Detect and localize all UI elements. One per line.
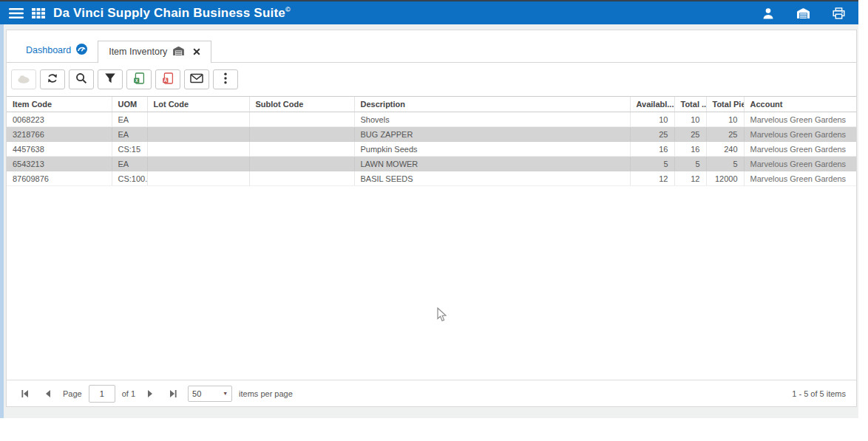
items-per-page-label: items per page <box>239 389 293 398</box>
col-header-available[interactable]: Availabl... <box>630 97 674 112</box>
excel-file-icon: x <box>133 72 145 87</box>
search-icon <box>75 72 87 87</box>
refresh-button[interactable] <box>40 69 65 89</box>
inventory-grid: Item Code UOM Lot Code Sublot Code Descr… <box>7 96 856 186</box>
col-header-total-pieces[interactable]: Total Pie... <box>706 97 744 112</box>
tab-dashboard[interactable]: Dashboard <box>16 39 98 62</box>
cell-description: Pumpkin Seeds <box>354 142 630 157</box>
cell-description: Shovels <box>354 112 630 127</box>
cell-uom: EA <box>112 157 147 171</box>
cell-total-pieces: 10 <box>706 112 744 127</box>
cell-description: BASIL SEEDS <box>354 171 630 186</box>
export-excel-button[interactable]: x <box>126 69 152 89</box>
first-page-button[interactable] <box>17 386 33 402</box>
page-label: Page <box>63 389 82 398</box>
more-options-button[interactable] <box>213 69 238 89</box>
col-header-uom[interactable]: UOM <box>112 97 147 112</box>
tab-strip: Dashboard Item Inventory <box>7 30 856 63</box>
close-icon[interactable] <box>193 48 200 55</box>
grid-toolbar: x A <box>7 63 856 96</box>
cell-available: 5 <box>630 157 674 171</box>
previous-page-button[interactable] <box>40 386 56 402</box>
table-row[interactable]: 0068223 EA Shovels 10 10 10 Marvelous Gr… <box>7 112 856 127</box>
cell-description: BUG ZAPPER <box>354 127 630 142</box>
email-button[interactable] <box>184 69 209 89</box>
cell-item-code: 6543213 <box>7 157 112 171</box>
apps-grid-icon[interactable] <box>32 8 45 18</box>
cell-lot-code <box>147 127 249 142</box>
envelope-icon <box>190 73 203 86</box>
refresh-icon <box>47 72 58 87</box>
cell-lot-code <box>147 142 249 157</box>
chevron-down-icon: ▼ <box>223 391 228 396</box>
page-size-select[interactable]: 50 ▼ <box>188 386 232 402</box>
cloud-icon <box>17 73 30 86</box>
cell-total: 25 <box>674 127 706 142</box>
user-icon[interactable] <box>762 7 774 19</box>
next-page-button[interactable] <box>142 386 158 402</box>
cell-uom: EA <box>112 127 147 142</box>
table-row[interactable]: 87609876 CS:100... BASIL SEEDS 12 12 120… <box>7 171 856 186</box>
col-header-total[interactable]: Total ... <box>674 97 706 112</box>
page-number-input[interactable] <box>89 385 115 403</box>
cell-uom: CS:15 <box>112 142 147 157</box>
search-button[interactable] <box>69 69 94 89</box>
warehouse-icon[interactable] <box>796 7 810 18</box>
cell-available: 12 <box>630 171 674 186</box>
cell-available: 16 <box>630 142 674 157</box>
cell-lot-code <box>147 157 249 171</box>
disabled-action-button[interactable] <box>11 69 36 89</box>
cell-uom: CS:100... <box>112 171 147 186</box>
cell-account: Marvelous Green Gardens <box>744 157 856 171</box>
cell-item-code: 3218766 <box>7 127 112 142</box>
cell-item-code: 0068223 <box>7 112 112 127</box>
workspace: Dashboard Item Inventory <box>0 24 858 418</box>
cell-total: 12 <box>674 171 706 186</box>
svg-text:A: A <box>164 78 168 83</box>
menu-icon[interactable] <box>9 8 24 18</box>
last-page-button[interactable] <box>165 386 181 402</box>
header-row: Item Code UOM Lot Code Sublot Code Descr… <box>7 97 856 112</box>
app-title: Da Vinci Supply Chain Business Suite© <box>53 6 291 21</box>
cell-total-pieces: 12000 <box>706 171 744 186</box>
grid-empty-area <box>7 186 856 380</box>
cell-total: 16 <box>674 142 706 157</box>
pager-range-label: 1 - 5 of 5 items <box>792 389 846 398</box>
left-edge-strip <box>0 24 4 418</box>
cell-total: 10 <box>674 112 706 127</box>
col-header-description[interactable]: Description <box>354 97 630 112</box>
table-row[interactable]: 6543213 EA LAWN MOWER 5 5 5 Marvelous Gr… <box>7 157 856 171</box>
tab-item-inventory-label: Item Inventory <box>109 47 167 57</box>
cell-sublot-code <box>249 157 354 171</box>
cell-account: Marvelous Green Gardens <box>744 171 856 186</box>
page-of-label: of 1 <box>122 389 135 398</box>
page-size-value: 50 <box>192 389 201 398</box>
col-header-lot-code[interactable]: Lot Code <box>147 97 249 112</box>
cell-account: Marvelous Green Gardens <box>744 112 856 127</box>
content-card: Dashboard Item Inventory <box>6 30 857 407</box>
vertical-ellipsis-icon <box>224 72 227 87</box>
cell-lot-code <box>147 112 249 127</box>
export-pdf-button[interactable]: A <box>155 69 180 89</box>
tab-dashboard-label: Dashboard <box>26 45 71 55</box>
col-header-item-code[interactable]: Item Code <box>7 97 112 112</box>
table-row[interactable]: 4457638 CS:15 Pumpkin Seeds 16 16 240 Ma… <box>7 142 856 157</box>
table-row[interactable]: 3218766 EA BUG ZAPPER 25 25 25 Marvelous… <box>7 127 856 142</box>
top-navbar: Da Vinci Supply Chain Business Suite© <box>0 0 858 24</box>
pdf-file-icon: A <box>162 72 174 87</box>
pager-bar: Page of 1 50 ▼ items per page 1 - 5 of 5… <box>7 380 856 406</box>
col-header-sublot-code[interactable]: Sublot Code <box>249 97 354 112</box>
filter-icon <box>104 72 116 86</box>
tab-item-inventory[interactable]: Item Inventory <box>98 41 211 63</box>
dashboard-gauge-icon <box>76 44 87 57</box>
cell-uom: EA <box>112 112 147 127</box>
cell-available: 10 <box>630 112 674 127</box>
cell-account: Marvelous Green Gardens <box>744 127 856 142</box>
cell-account: Marvelous Green Gardens <box>744 142 856 157</box>
col-header-account[interactable]: Account <box>744 97 856 112</box>
cell-sublot-code <box>249 142 354 157</box>
cell-total: 5 <box>674 157 706 171</box>
cell-sublot-code <box>249 112 354 127</box>
printer-icon[interactable] <box>833 7 845 19</box>
filter-button[interactable] <box>98 69 123 89</box>
